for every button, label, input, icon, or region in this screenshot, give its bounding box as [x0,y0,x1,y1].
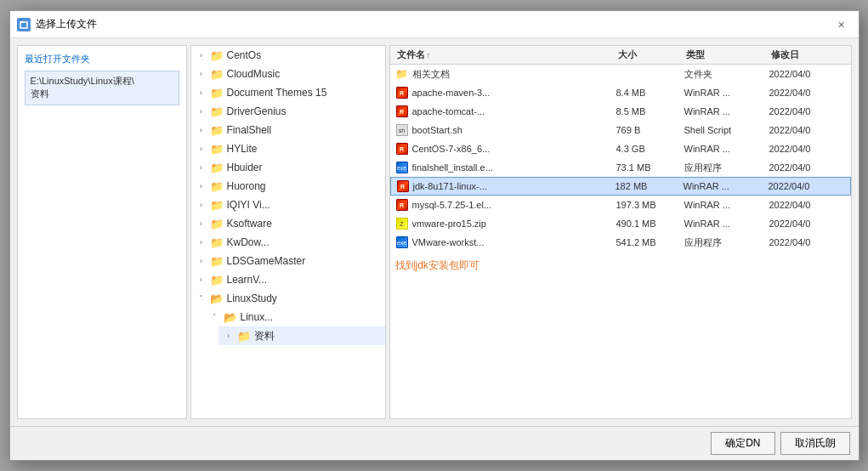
winrar-icon: R [395,142,409,156]
title-bar-left: 选择上传文件 [17,17,97,31]
tree-item-documentthemes[interactable]: › 📁 Document Themes 15 [191,83,385,102]
shell-icon: sh [395,123,409,137]
tree-item-learnv[interactable]: › 📁 LearnV... [191,270,385,289]
expand-icon: › [196,162,207,173]
tree-label: LinuxStudy [227,292,277,304]
file-row[interactable]: 📁 相关文档 文件夹 2022/04/0 [390,65,851,83]
header-date[interactable]: 修改日 [769,48,846,61]
folder-icon: 📁 [210,254,224,268]
header-filename[interactable]: 文件名 ↑ [395,48,616,61]
tree-label: LDSGameMaster [227,255,306,267]
file-name-cell: R jdk-8u171-linux-... [396,179,616,193]
file-list-header: 文件名 ↑ 大小 类型 修改日 [390,46,851,65]
close-button[interactable]: × [831,14,852,35]
file-name-cell: exe finalshell_install.e... [395,161,616,174]
tree-label: KwDow... [227,236,269,248]
confirm-button[interactable]: 确定DN [711,432,774,455]
tree-item-huorong[interactable]: › 📁 Huorong [191,177,385,196]
folder-small-icon: 📁 [395,67,409,81]
recent-folder-item[interactable]: E:\LinuxStudy\Linux课程\资料 [25,71,179,105]
folder-icon: 📁 [237,329,251,343]
winrar-icon: R [395,86,409,99]
folder-tree: › 📁 CentOs › 📁 CloudMusic › 📁 Document T… [190,45,386,419]
header-type[interactable]: 类型 [684,48,769,61]
folder-icon: 📁 [210,236,224,249]
tree-label: CentOs [227,49,262,61]
tree-label: DriverGenius [227,105,286,117]
main-content: 最近打开文件夹 E:\LinuxStudy\Linux课程\资料 › 📁 Cen… [10,38,859,426]
winrar-icon: R [396,179,410,193]
file-name-cell: 📁 相关文档 [395,67,616,81]
tree-item-iqiyi[interactable]: › 📁 IQIYI Vi... [191,196,385,214]
file-row[interactable]: R CentOS-7-x86_6... 4.3 GB WinRAR ... 20… [390,139,851,158]
tree-item-drivergenius[interactable]: › 📁 DriverGenius [191,102,385,121]
expand-icon: › [196,106,207,116]
file-name-cell: R apache-tomcat-... [395,105,616,118]
file-name-cell: R apache-maven-3... [395,86,616,99]
folder-icon: 📁 [210,105,224,118]
tree-item-finalshell[interactable]: › 📁 FinalShell [191,121,385,139]
tree-item-hylite[interactable]: › 📁 HYLite [191,139,385,158]
expand-icon: ˅ [196,293,207,304]
svg-rect-1 [20,21,24,23]
folder-icon: 📂 [210,292,224,305]
dialog-title: 选择上传文件 [36,17,97,31]
tree-item-linuxstudy[interactable]: ˅ 📂 LinuxStudy [191,289,385,308]
expand-icon: › [196,144,207,154]
tree-item-kwdown[interactable]: › 📁 KwDow... [191,233,385,252]
tree-label: Document Themes 15 [227,87,327,99]
dialog-icon [17,18,31,31]
file-row[interactable]: Z vmware-pro15.zip 490.1 MB WinRAR ... 2… [390,214,851,233]
expand-icon: › [196,237,207,247]
app-icon: exe [395,161,409,174]
file-row[interactable]: R apache-tomcat-... 8.5 MB WinRAR ... 20… [390,102,851,121]
tree-item-ksoftware[interactable]: › 📁 Ksoftware [191,214,385,233]
tree-item-linux[interactable]: ˅ 📂 Linux... [205,308,385,326]
tree-label: Ksoftware [227,218,272,230]
folder-icon: 📂 [224,310,237,324]
file-name-cell: R mysql-5.7.25-1.el... [395,198,616,212]
folder-icon: 📁 [210,48,224,62]
file-list-panel: 文件名 ↑ 大小 类型 修改日 📁 相关文档 [389,45,852,419]
winrar-icon: R [395,198,409,212]
folder-icon: 📁 [210,161,224,174]
app-icon: exe [395,236,409,249]
tree-item-ldsgamemaster[interactable]: › 📁 LDSGameMaster [191,252,385,270]
tree-label: 资料 [254,329,275,343]
cancel-button[interactable]: 取消氏朗 [780,432,850,455]
tree-item-cloudmusic[interactable]: › 📁 CloudMusic [191,65,385,83]
sort-arrow-icon: ↑ [427,51,431,60]
file-row[interactable]: sh bootStart.sh 769 B Shell Script 2022/… [390,121,851,139]
expand-icon: › [196,200,207,210]
file-name-cell: R CentOS-7-x86_6... [395,142,616,156]
tree-item-ziliao[interactable]: › 📁 资料 [218,326,385,345]
tree-label: HYLite [227,143,258,155]
tree-label: LearnV... [227,274,268,286]
expand-icon: › [196,181,207,191]
file-row[interactable]: R apache-maven-3... 8.4 MB WinRAR ... 20… [390,83,851,102]
footer-bar: 确定DN 取消氏朗 [10,426,859,460]
expand-icon: › [196,125,207,135]
zip-icon: Z [395,217,409,230]
svg-rect-0 [20,22,27,28]
tree-label: FinalShell [227,124,272,136]
expand-icon: › [224,331,234,341]
folder-icon: 📁 [210,198,224,212]
file-list-body: 📁 相关文档 文件夹 2022/04/0 R apache-maven-3...… [390,65,851,418]
note-text: 找到jdk安装包即可 [390,252,851,280]
file-row[interactable]: R jdk-8u171-linux-... 182 MB WinRAR ... … [390,177,851,196]
title-bar: 选择上传文件 × [10,11,859,38]
tree-item-hbuider[interactable]: › 📁 Hbuider [191,158,385,177]
expand-icon: › [196,50,207,60]
file-upload-dialog: 选择上传文件 × 最近打开文件夹 E:\LinuxStudy\Linux课程\资… [9,10,859,461]
winrar-icon: R [395,105,409,118]
expand-icon: ˅ [210,312,220,322]
tree-item-centos[interactable]: › 📁 CentOs [191,46,385,65]
folder-icon: 📁 [210,142,224,156]
file-row[interactable]: exe VMware-workst... 541.2 MB 应用程序 2022/… [390,233,851,252]
tree-label: Huorong [227,180,266,192]
left-panel: 最近打开文件夹 E:\LinuxStudy\Linux课程\资料 [17,45,187,419]
header-size[interactable]: 大小 [616,48,684,61]
file-row[interactable]: R mysql-5.7.25-1.el... 197.3 MB WinRAR .… [390,196,851,214]
file-row[interactable]: exe finalshell_install.e... 73.1 MB 应用程序… [390,158,851,177]
